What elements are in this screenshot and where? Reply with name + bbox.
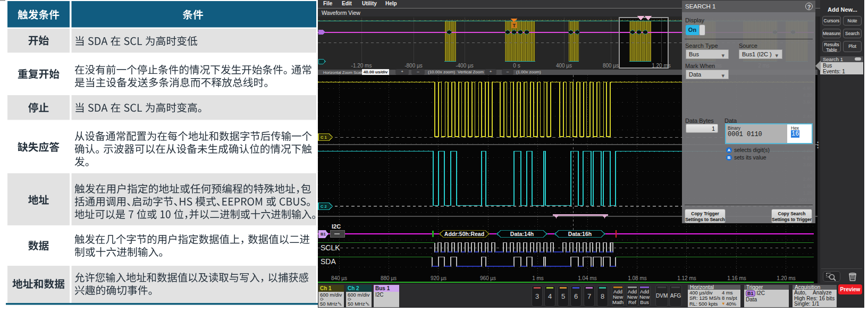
svg-text:SCLK: SCLK [321,243,340,252]
svg-text:800 µs: 800 µs [603,63,619,69]
svg-text:1.08 ms: 1.08 ms [628,275,647,281]
svg-text:1.20 ms: 1.20 ms [777,275,796,281]
svg-text:960 µs: 960 µs [480,275,496,281]
svg-text:1.04 ms: 1.04 ms [578,275,597,281]
svg-text:C 1: C 1 [321,135,327,140]
svg-text:-800 µs: -800 µs [404,63,423,69]
svg-text:I2C: I2C [332,223,341,230]
svg-text:T: T [513,23,516,28]
svg-text:-400 µs: -400 µs [456,63,474,69]
svg-text:1.16 ms: 1.16 ms [727,275,746,281]
svg-text:1 ms: 1 ms [532,275,544,281]
svg-text:-1.20 ms: -1.20 ms [351,63,372,69]
svg-text:0 s: 0 s [513,63,520,69]
svg-text:C 2: C 2 [321,204,327,209]
svg-text:Addr:50h:Read: Addr:50h:Read [444,231,484,237]
svg-text:880 µs: 880 µs [381,275,397,281]
svg-text:1.12 ms: 1.12 ms [677,275,696,281]
svg-text:Data:16h: Data:16h [568,231,592,237]
svg-text:400 µs: 400 µs [556,63,572,69]
svg-text:840 µs: 840 µs [331,275,347,281]
svg-text:B1: B1 [321,232,326,237]
svg-text:920 µs: 920 µs [431,275,446,281]
svg-text:Data:14h: Data:14h [510,231,534,237]
svg-text:SDA: SDA [321,257,336,266]
svg-text:1.20 ms: 1.20 ms [652,63,671,69]
